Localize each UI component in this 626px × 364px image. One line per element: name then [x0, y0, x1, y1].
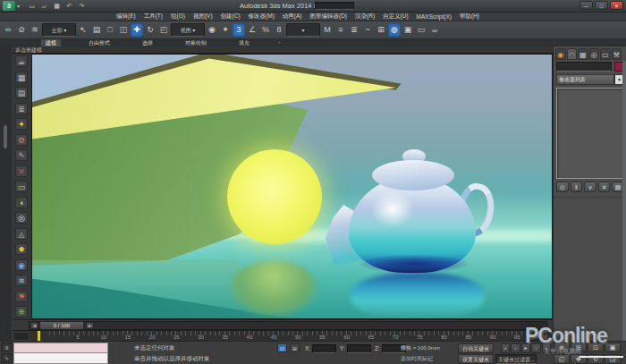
macro-recorder-field[interactable]	[13, 343, 108, 353]
selection-filter-dropdown[interactable]: 全部 ▾	[42, 23, 76, 37]
select-object[interactable]: ↖	[77, 23, 89, 37]
tab-display[interactable]: ▭	[600, 48, 611, 60]
reference-coordinate-dropdown[interactable]: 视图 ▾	[171, 23, 205, 37]
redo-icon[interactable]: ↷	[77, 1, 87, 11]
mirror[interactable]: M	[321, 23, 334, 37]
ribbon-tab-object-paint[interactable]: 对象绘制	[181, 39, 211, 47]
snap-toggle-3d[interactable]: 3	[233, 23, 245, 37]
ribbon-tab-selection[interactable]: 选择	[138, 39, 157, 47]
menu-item[interactable]: 图形编辑器(D)	[310, 13, 348, 21]
key-filters-button[interactable]: 关键点过滤器...	[495, 354, 537, 364]
menu-item[interactable]: 自定义(U)	[383, 13, 409, 21]
previous-frame-button[interactable]: ‹	[511, 343, 520, 353]
strip-grid-icon[interactable]: ▦	[15, 72, 28, 83]
rendered-frame-window[interactable]: ▭	[415, 23, 427, 37]
close-button[interactable]: ✕	[610, 1, 623, 10]
strip-mountain-icon[interactable]: ◬	[15, 228, 28, 240]
zoom-button[interactable]: ⊕	[554, 343, 570, 352]
mini-macro-icon[interactable]: ✎	[1, 353, 13, 363]
zoom-extents-all-button[interactable]: ▣	[605, 343, 621, 352]
tab-motion[interactable]: ◎	[589, 48, 600, 60]
go-to-start-button[interactable]: «	[501, 343, 510, 353]
play-button[interactable]: ►	[521, 343, 530, 353]
pan-button[interactable]: ✥	[571, 354, 587, 364]
infocenter-search-input[interactable]	[315, 2, 354, 10]
glowing-sphere[interactable]	[227, 149, 322, 244]
save-file-icon[interactable]: ▦	[52, 1, 62, 11]
pin-stack-button[interactable]: ⊙	[556, 182, 569, 192]
modifier-list-dropdown[interactable]: 修改器列表 ▾	[556, 74, 624, 85]
render-production[interactable]: ☕	[428, 23, 441, 37]
menu-item[interactable]: 工具(T)	[144, 13, 163, 21]
ribbon-tab-freeform[interactable]: 自由形式	[84, 39, 114, 47]
panel-scrollbar[interactable]	[622, 61, 626, 341]
app-logo-dropdown-icon[interactable]: ▾	[17, 3, 20, 9]
selection-lock-toggle[interactable]: ⊡	[277, 343, 287, 352]
auto-key-button[interactable]: 自动关键点	[458, 343, 494, 353]
schematic-view[interactable]: ⊞	[375, 23, 387, 37]
menu-item[interactable]: 动画(A)	[283, 13, 302, 21]
strip-bulb-icon[interactable]: ✦	[15, 118, 28, 130]
ribbon-tab-modeling[interactable]: 建模	[41, 39, 61, 47]
track-bar[interactable]: 5101520253035404550556065707580859095100	[13, 330, 553, 341]
tab-modify[interactable]: ◠	[567, 48, 578, 60]
strip-half-icon[interactable]: ◖	[15, 197, 28, 208]
menu-item[interactable]: 视图(V)	[193, 13, 213, 21]
strip-tool-icon[interactable]: ⚙	[15, 134, 28, 146]
tab-hierarchy[interactable]: ▦	[578, 48, 588, 60]
polygon-modeling-label[interactable]: 多边形建模	[13, 47, 553, 54]
maxscript-listener-field[interactable]	[13, 353, 108, 364]
menu-item[interactable]: 创建(C)	[221, 13, 241, 21]
menu-item[interactable]: 编辑(E)	[116, 13, 136, 21]
percent-snap-toggle[interactable]: %	[259, 23, 272, 37]
render-setup[interactable]: ▣	[402, 23, 414, 37]
ribbon-config-icon[interactable]: ◔	[277, 40, 281, 46]
rectangular-selection-region[interactable]: □	[104, 23, 116, 37]
show-end-result-button[interactable]: ‖	[571, 182, 583, 192]
strip-sun-icon[interactable]: ✹	[15, 243, 28, 255]
maximize-button[interactable]: □	[595, 1, 608, 10]
menu-item[interactable]: 修改器(M)	[249, 13, 275, 21]
strip-box-icon[interactable]: ▭	[15, 181, 28, 192]
time-slider-track[interactable]	[29, 321, 547, 330]
undo-icon[interactable]: ↶	[64, 1, 74, 11]
object-name-field[interactable]	[556, 62, 612, 72]
select-and-link[interactable]: ∞	[2, 23, 14, 37]
layer-manager[interactable]: ≣	[348, 23, 360, 37]
modifier-stack-list[interactable]	[556, 88, 624, 179]
strip-waves-icon[interactable]: ≋	[15, 275, 28, 286]
add-time-tag[interactable]: 添加时间标记	[401, 355, 433, 363]
y-coordinate-field[interactable]	[347, 344, 371, 353]
absolute-mode-toggle[interactable]: ⊞	[290, 343, 300, 352]
strip-globe-icon[interactable]: ◉	[15, 259, 28, 271]
previous-frame-arrow[interactable]: ◄	[30, 322, 38, 329]
strip-pencil-icon[interactable]: ✎	[15, 149, 28, 161]
angle-snap-toggle[interactable]: ∠	[246, 23, 258, 37]
strip-teapot-icon[interactable]: ☕	[15, 55, 28, 67]
menu-item[interactable]: 组(G)	[171, 13, 185, 21]
zoom-all-button[interactable]: ⊞	[571, 343, 587, 352]
strip-list-icon[interactable]: ▤	[15, 87, 28, 98]
select-and-scale[interactable]: ◰	[157, 23, 170, 37]
bind-to-space-warp[interactable]: ≋	[29, 23, 41, 37]
remove-modifier-button[interactable]: ✕	[598, 182, 611, 192]
zoom-extents-button[interactable]: ⊡	[588, 343, 604, 352]
chrome-teapot[interactable]	[326, 149, 492, 279]
select-and-rotate[interactable]: ↻	[144, 23, 156, 37]
select-by-name[interactable]: ▤	[90, 23, 103, 37]
tab-create[interactable]: ◉	[555, 48, 566, 60]
viewport-render[interactable]	[31, 54, 553, 319]
zoom-region-button[interactable]: ◱	[554, 354, 570, 364]
set-key-button[interactable]: 设置关键点	[458, 354, 494, 364]
align[interactable]: ≡	[334, 23, 347, 37]
orbit-button[interactable]: ↻	[588, 354, 604, 364]
strip-delete-icon[interactable]: ✕	[15, 165, 28, 177]
select-and-manipulate[interactable]: ✦	[219, 23, 232, 37]
x-coordinate-field[interactable]	[312, 344, 336, 353]
unlink-selection[interactable]: ⊘	[15, 23, 28, 37]
strip-flag-icon[interactable]: ⚑	[15, 291, 28, 302]
make-unique-button[interactable]: ∨	[584, 182, 596, 192]
tab-utilities[interactable]: ⚒	[612, 48, 622, 60]
minimize-button[interactable]: ─	[579, 1, 593, 10]
named-selection-dropdown[interactable]: ▾	[286, 23, 320, 37]
